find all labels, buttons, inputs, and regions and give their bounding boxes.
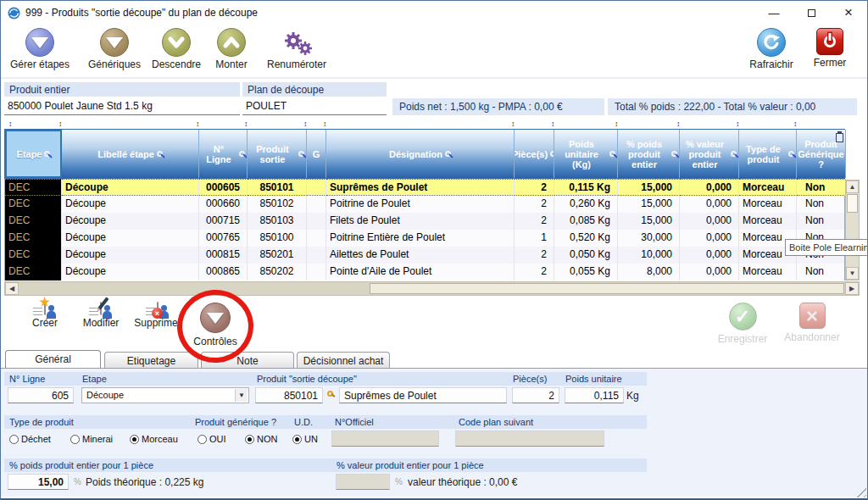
radio-morceau[interactable]: Morceau — [130, 433, 178, 445]
search-icon — [239, 151, 245, 157]
fermer-button[interactable]: Fermer — [806, 28, 854, 69]
ligne-label: N° Ligne — [9, 374, 45, 384]
officiel-label: N°Officiel — [335, 417, 374, 427]
column-header-type-produit[interactable]: Type de produit — [739, 130, 797, 178]
app-window: 999 - Produits "sortie découpe" du plan … — [0, 0, 868, 500]
descendre-button[interactable]: Descendre — [147, 28, 206, 70]
scroll-left-icon[interactable]: ◀ — [5, 282, 19, 295]
rafraichir-button[interactable]: Rafraichir — [745, 28, 798, 70]
column-header-produit-generique[interactable]: Produit Générique ? — [797, 130, 846, 178]
vertical-scrollbar[interactable]: ▲ ▼ — [845, 180, 860, 281]
scroll-down-icon[interactable]: ▼ — [846, 267, 859, 280]
ligne-field[interactable]: 605 — [8, 387, 74, 403]
vertical-scroll-thumb[interactable] — [847, 194, 858, 213]
monter-button[interactable]: Monter — [208, 28, 255, 70]
produit-nom-field[interactable]: Suprêmes de Poulet — [339, 387, 507, 403]
ud-label: U.D. — [294, 417, 313, 427]
abandonner-button[interactable]: × Abandonner — [779, 303, 845, 343]
title-bar: 999 - Produits "sortie découpe" du plan … — [1, 1, 867, 25]
codeplan-label: Code plan suivant — [459, 417, 533, 427]
column-header-pieces[interactable]: Pièce(s) — [515, 130, 554, 178]
record-action-bar: Créer Modifier × Supprimer Contrôles ✓ E… — [1, 297, 867, 351]
pct-valeur-label: % valeur produit entier pour 1 pièce — [337, 460, 484, 470]
table-row[interactable]: DECDécoupe000765850100Poitrine Entière d… — [5, 230, 844, 247]
totaux-info: Total % poids : 222,00 - Total % valeur … — [608, 98, 857, 115]
table-row[interactable]: DECDécoupe000660850102Poitrine de Poulet… — [5, 196, 844, 213]
supprimer-button[interactable]: × Supprimer — [130, 303, 186, 329]
codeplan-field[interactable] — [455, 431, 604, 447]
column-header-pct-poids[interactable]: % poids produit entier — [618, 130, 680, 178]
horizontal-scrollbar[interactable]: ◀ ▶ — [4, 281, 860, 296]
chevron-down-icon — [162, 28, 191, 57]
column-header-pct-valeur[interactable]: % valeur produit entier — [680, 130, 739, 178]
tab-decisionnel-achat[interactable]: Décisionnel achat — [297, 352, 390, 368]
gerer-etapes-button[interactable]: Gérer étapes — [8, 28, 72, 70]
cancel-x-icon: × — [799, 303, 826, 329]
new-record-icon — [44, 302, 46, 315]
column-header-produit-sortie[interactable]: Produit sortie — [248, 130, 307, 178]
search-icon — [445, 151, 451, 157]
modifier-button[interactable]: Modifier — [74, 303, 128, 329]
plan-decoupe-label: Plan de découpe — [242, 82, 387, 97]
produit-code-field[interactable]: 850101 — [255, 387, 323, 403]
products-table: ↕↕↕↕↕↕↕↕↕↕↕↕ Etape Libellé étape N° Lign… — [4, 119, 845, 281]
delete-record-icon: × — [157, 302, 159, 315]
radio-un[interactable]: UN — [292, 433, 318, 445]
delete-badge-icon: × — [152, 308, 163, 319]
table-row-selected[interactable]: DECDécoupe000605850101Suprêmes de Poulet… — [5, 179, 844, 196]
radio-oui[interactable]: OUI — [198, 433, 226, 445]
minimize-button[interactable]: — — [755, 1, 793, 25]
tab-note[interactable]: Note — [201, 352, 294, 368]
steps-down-icon — [25, 28, 54, 57]
column-header-libelle-etape[interactable]: Libellé étape — [62, 130, 199, 178]
table-row[interactable]: DECDécoupe000715850103Filets de Poulet20… — [5, 213, 844, 230]
valeur-theorique-text: valeur théorique : 0,00 € — [408, 476, 517, 488]
scroll-up-icon[interactable]: ▲ — [846, 181, 859, 193]
grid-options-icon[interactable] — [836, 133, 843, 142]
scroll-right-icon[interactable]: ▶ — [845, 282, 859, 295]
renumeroter-button[interactable]: Renuméroter — [260, 28, 333, 70]
check-icon: ✓ — [729, 303, 757, 331]
pct-poids-field[interactable]: 15,00 — [8, 474, 69, 490]
table-row[interactable]: DECDécoupe000815850201Ailettes de Poulet… — [5, 247, 844, 264]
column-header-g[interactable]: G — [307, 130, 326, 178]
controles-button[interactable]: Contrôles — [189, 303, 242, 347]
creer-button[interactable]: Créer — [19, 303, 70, 329]
detail-tabs: Général Etiquetage Note Décisionnel acha… — [1, 350, 867, 368]
generique-label: Produit générique ? — [195, 417, 276, 427]
table-body: DECDécoupe000605850101Suprêmes de Poulet… — [4, 179, 845, 281]
pct-valeur-field[interactable] — [336, 474, 390, 490]
plan-decoupe-field[interactable]: POULET — [242, 98, 387, 115]
column-header-poids-unitaire[interactable]: Poids unitaire (Kg) — [554, 130, 618, 178]
pieces-field[interactable]: 2 — [512, 387, 559, 403]
chevron-down-icon[interactable]: ▼ — [235, 389, 248, 402]
horizontal-scroll-thumb[interactable] — [370, 283, 844, 294]
refresh-icon — [757, 28, 786, 57]
search-icon — [671, 151, 677, 157]
radio-non[interactable]: NON — [245, 433, 277, 445]
radio-dechet[interactable]: Déchet — [9, 433, 51, 445]
tab-general[interactable]: Général — [5, 350, 101, 368]
controls-down-icon — [200, 303, 231, 333]
poids-unitaire-field[interactable]: 0,115 — [565, 387, 624, 403]
maximize-button[interactable] — [793, 1, 830, 25]
column-header-etape[interactable]: Etape — [5, 130, 62, 178]
percent-sign: % — [74, 477, 81, 486]
column-header-designation[interactable]: Désignation — [326, 130, 515, 178]
column-resize-strip[interactable]: ↕↕↕↕↕↕↕↕↕↕↕↕ — [4, 119, 845, 129]
tab-etiquetage[interactable]: Etiquetage — [104, 352, 198, 368]
radio-minerai[interactable]: Minerai — [70, 433, 113, 445]
produit-entier-field[interactable]: 850000 Poulet Jaune Std 1.5 kg — [4, 98, 240, 115]
product-search-icon[interactable] — [327, 391, 333, 397]
officiel-field[interactable] — [331, 431, 439, 447]
column-header-n-ligne[interactable]: N° Ligne — [199, 130, 248, 178]
enregistrer-button[interactable]: ✓ Enregistrer — [713, 303, 772, 345]
generic-down-icon — [100, 28, 129, 57]
etape-dropdown[interactable]: Découpe ▼ — [81, 387, 249, 403]
table-row[interactable]: DECDécoupe000865850202Pointe d'Aile de P… — [5, 264, 844, 281]
produit-sortie-label: Produit "sortie découpe" — [257, 374, 357, 384]
close-button[interactable]: × — [830, 1, 867, 25]
type-produit-label: Type de produit — [9, 417, 74, 427]
generiques-button[interactable]: Génériques — [82, 28, 147, 70]
general-tab-panel: N° Ligne Etape Produit "sortie découpe" … — [1, 368, 867, 497]
